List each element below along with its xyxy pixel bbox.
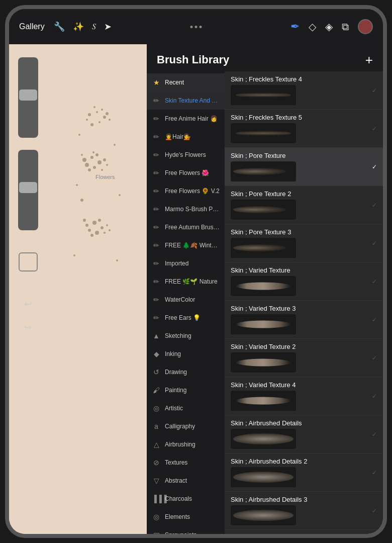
- sidebar-item-inking[interactable]: ◆Inking: [147, 345, 225, 363]
- sidebar-item-spraypaints[interactable]: ▣Spraypaints: [147, 526, 225, 534]
- brush-item-airbrushed3[interactable]: Skin ; Airbrushed Details 3✓: [225, 492, 383, 530]
- sidebar-item-abstract[interactable]: ▽Abstract: [147, 472, 225, 490]
- sidebar-item-free-flowers-v2[interactable]: ✏Free Flowers 🌻 V.2: [147, 182, 225, 200]
- sidebar-icon-spraypaints: ▣: [152, 531, 161, 534]
- svg-point-28: [83, 219, 86, 222]
- sidebar-label-free-flowers: Free Flowers 🌺: [165, 169, 209, 176]
- toolbar-tools: 🔧 ✨ 𝑆 ➤: [54, 21, 112, 32]
- brush-preview-varied3: [231, 314, 296, 334]
- opacity-slider[interactable]: [18, 150, 38, 230]
- brush-item-pore1[interactable]: Skin ; Pore Texture✓: [225, 148, 383, 186]
- brush-stroke-preview-freckles4: [236, 92, 291, 98]
- sidebar-item-watercolor[interactable]: ✏WaterColor: [147, 291, 225, 309]
- sidebar-item-textures[interactable]: ⊘Textures: [147, 454, 225, 472]
- brush-name-airbrushed1: Skin ; Airbrushed Details: [231, 419, 367, 427]
- sidebar-item-imported[interactable]: ✏Imported: [147, 254, 225, 273]
- svg-point-38: [73, 254, 75, 256]
- add-brush-button[interactable]: +: [365, 53, 373, 66]
- sidebar-item-free-autumn[interactable]: ✏Free Autumn Brushes...: [147, 218, 225, 236]
- brush-item-varied3[interactable]: Skin ; Varied Texture 3✓: [225, 301, 383, 339]
- sidebar-item-nature[interactable]: ✏FREE 🌿🌱 Nature: [147, 273, 225, 291]
- sidebar-label-artistic: Artistic: [165, 405, 183, 412]
- brush-item-varied1[interactable]: Skin ; Varied Texture✓: [225, 262, 383, 301]
- brush-preview-pore2: [231, 200, 296, 220]
- sidebar-item-sketching[interactable]: ▲Sketching: [147, 327, 225, 345]
- sidebar-icon-elements: ◎: [152, 513, 161, 521]
- canvas-area: ↩ ↪: [9, 44, 383, 534]
- sidebar-item-painting[interactable]: 🖌Painting: [147, 381, 225, 399]
- wrench-icon[interactable]: 🔧: [54, 21, 65, 32]
- svg-point-11: [90, 156, 93, 159]
- brush-info-airbrushed2: Skin ; Airbrushed Details 2: [231, 458, 367, 487]
- sidebar-label-textures: Textures: [165, 459, 187, 466]
- sidebar-item-charcoals[interactable]: ▐▐▐Charcoals: [147, 490, 225, 508]
- sidebar-item-calligraphy[interactable]: aCalligraphy: [147, 417, 225, 435]
- brush-size-slider[interactable]: [18, 57, 38, 138]
- sidebar-icon-inking: ◆: [152, 350, 161, 358]
- sidebar-icon-skin-texture: ✏: [152, 97, 161, 105]
- brush-item-pore3[interactable]: Skin ; Pore Texture 3✓: [225, 224, 383, 262]
- eraser-icon[interactable]: ◇: [309, 21, 316, 33]
- undo-button[interactable]: ↩: [20, 296, 37, 313]
- slider-thumb: [19, 89, 37, 101]
- magic-wand-icon[interactable]: ✨: [73, 21, 84, 32]
- svg-point-0: [88, 113, 91, 116]
- brush-preview-freckles5: [231, 123, 296, 143]
- svg-point-39: [116, 259, 118, 261]
- brush-item-airbrushed1[interactable]: Skin ; Airbrushed Details✓: [225, 415, 383, 454]
- smudge-icon[interactable]: ◈: [325, 21, 333, 33]
- svg-point-36: [119, 194, 121, 196]
- sidebar-item-drawing[interactable]: ↺Drawing: [147, 363, 225, 381]
- svg-point-19: [88, 168, 91, 171]
- brush-item-freckles4[interactable]: Skin ; Freckles Texture 4✓: [225, 71, 383, 110]
- sidebar-item-artistic[interactable]: ◎Artistic: [147, 399, 225, 417]
- sidebar-item-marmo[interactable]: ✏Marmo S-Brush Pack: [147, 200, 225, 218]
- brush-item-pore2[interactable]: Skin ; Pore Texture 2✓: [225, 186, 383, 224]
- sidebar-item-hydes-flowers[interactable]: ✏Hyde's Flowers: [147, 146, 225, 164]
- brush-check-freckles4: ✓: [372, 87, 377, 94]
- brush-item-varied2[interactable]: Skin ; Varied Texture 2✓: [225, 339, 383, 377]
- brush-library-panel: Brush Library + ★Recent✏Skin Texture And…: [147, 44, 383, 534]
- sidebar-item-hair[interactable]: ✏🧑‍🦱Hair💁: [147, 128, 225, 146]
- brush-stroke-preview-varied2: [236, 359, 291, 367]
- brush-name-freckles5: Skin ; Freckles Texture 5: [231, 114, 367, 121]
- sidebar-item-recent[interactable]: ★Recent: [147, 73, 225, 92]
- top-bar-dots: [190, 26, 202, 28]
- svg-point-29: [98, 219, 101, 222]
- brush-info-pore2: Skin ; Pore Texture 2: [231, 190, 367, 220]
- brush-item-airbrushed2[interactable]: Skin ; Airbrushed Details 2✓: [225, 454, 383, 492]
- pen-icon[interactable]: ✒: [290, 20, 300, 33]
- sidebar-item-free-ears[interactable]: ✏Free Ears 💡: [147, 309, 225, 327]
- brush-item-freckles5[interactable]: Skin ; Freckles Texture 5✓: [225, 110, 383, 148]
- svg-point-15: [103, 158, 106, 161]
- sidebar-item-anime-hair[interactable]: ✏Free Anime Hair 👩: [147, 110, 225, 128]
- svg-point-14: [85, 163, 89, 167]
- brush-preview-pore3: [231, 238, 296, 258]
- sidebar-item-free-flowers[interactable]: ✏Free Flowers 🌺: [147, 164, 225, 182]
- svg-point-31: [90, 234, 93, 237]
- square-tool-btn[interactable]: [19, 252, 38, 272]
- sidebar-item-airbrushing[interactable]: △Airbrushing: [147, 435, 225, 454]
- sidebar-label-airbrushing: Airbrushing: [165, 441, 195, 448]
- color-swatch[interactable]: [358, 19, 373, 34]
- sidebar-item-skin-texture[interactable]: ✏Skin Texture And Por...: [147, 92, 225, 110]
- brush-info-freckles5: Skin ; Freckles Texture 5: [231, 114, 367, 143]
- brush-item-varied4[interactable]: Skin ; Varied Texture 4✓: [225, 377, 383, 415]
- sidebar-label-anime-hair: Free Anime Hair 👩: [165, 115, 218, 122]
- select-icon[interactable]: 𝑆: [92, 22, 96, 31]
- gallery-button[interactable]: Gallery: [19, 22, 45, 31]
- svg-point-34: [114, 144, 116, 146]
- brush-info-airbrushed1: Skin ; Airbrushed Details: [231, 419, 367, 449]
- sidebar-item-winter[interactable]: ✏FREE 🌲🍂 Winter N...: [147, 236, 225, 254]
- svg-point-17: [95, 153, 99, 156]
- sidebar-icon-charcoals: ▐▐▐: [152, 495, 161, 503]
- sidebar-label-free-ears: Free Ears 💡: [165, 314, 201, 321]
- brush-check-varied4: ✓: [372, 393, 377, 400]
- brush-info-pore3: Skin ; Pore Texture 3: [231, 228, 367, 258]
- svg-point-10: [82, 158, 86, 162]
- redo-button[interactable]: ↪: [20, 319, 37, 336]
- sidebar-item-elements[interactable]: ◎Elements: [147, 508, 225, 526]
- move-icon[interactable]: ➤: [104, 21, 112, 32]
- layers-icon[interactable]: ⧉: [342, 21, 349, 33]
- svg-point-2: [103, 116, 106, 119]
